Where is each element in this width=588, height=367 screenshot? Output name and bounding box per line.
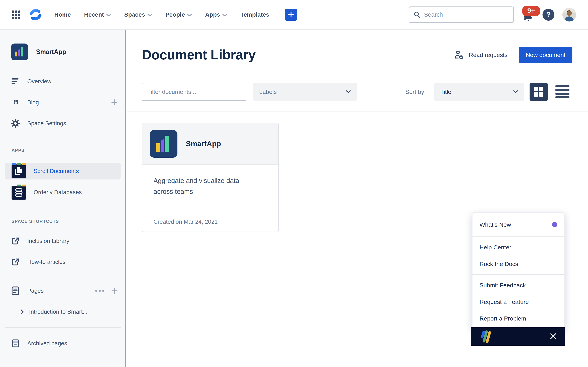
sidebar-item-archived-pages[interactable]: Archived pages: [0, 335, 125, 352]
sidebar-item-label: Pages: [27, 287, 44, 294]
add-page-icon[interactable]: [111, 287, 118, 294]
menu-item-submit-feedback[interactable]: Submit Feedback: [473, 277, 564, 294]
list-view-icon: [555, 85, 570, 87]
apps-section-title: APPS: [0, 148, 125, 153]
document-created-date: Created on Mar 24, 2021: [154, 218, 267, 225]
primary-nav: Home Recent Spaces People Apps Templates: [54, 11, 283, 18]
notification-count-badge: 9+: [522, 6, 540, 17]
menu-item-whats-new[interactable]: What's New: [473, 215, 564, 234]
chevron-right-icon[interactable]: [21, 309, 24, 314]
space-header[interactable]: SmartApp: [0, 30, 125, 60]
document-card[interactable]: SmartApp Aggregate and visualize data ac…: [142, 123, 279, 232]
smartapp-document-logo: [150, 130, 177, 158]
chevron-down-icon: [187, 14, 192, 17]
chevron-down-icon: [222, 14, 227, 17]
menu-item-report-a-problem[interactable]: Report a Problem: [473, 310, 564, 327]
notifications-button[interactable]: 9+: [522, 8, 535, 21]
sidebar-item-orderly-databases[interactable]: Orderly Databases: [0, 184, 125, 201]
sidebar-item-label: Archived pages: [27, 340, 67, 347]
chevron-down-icon: [106, 14, 111, 17]
chevron-down-icon: [513, 90, 518, 93]
app-switcher-icon[interactable]: [11, 10, 21, 20]
nav-spaces[interactable]: Spaces: [124, 11, 152, 18]
archive-icon: [11, 339, 20, 348]
whats-new-dot: [552, 222, 557, 227]
help-menu-popup: What's New Help Center Rock the Docs Sub…: [472, 212, 565, 329]
orderly-databases-app-icon: [11, 184, 26, 200]
menu-item-rock-the-docs[interactable]: Rock the Docs: [473, 256, 564, 272]
vendor-banner: [471, 327, 565, 346]
nav-templates[interactable]: Templates: [240, 11, 269, 18]
top-navigation-bar: Home Recent Spaces People Apps Templates: [0, 0, 588, 30]
sidebar-item-pages[interactable]: Pages: [0, 283, 125, 299]
labels-filter-value: Labels: [259, 88, 277, 95]
sidebar-item-introduction-page[interactable]: Introduction to Smart...: [0, 303, 125, 320]
filter-documents-input[interactable]: [142, 83, 246, 101]
confluence-logo-icon[interactable]: [28, 8, 43, 21]
search-icon: [413, 11, 421, 18]
sort-value: Title: [440, 88, 451, 95]
document-title: SmartApp: [186, 140, 221, 148]
filter-toolbar: Labels Sort by Title: [127, 83, 588, 101]
plus-icon: [288, 12, 294, 18]
sidebar-item-inclusion-library[interactable]: Inclusion Library: [0, 233, 125, 249]
sidebar-item-scroll-documents[interactable]: Scroll Documents: [5, 163, 121, 179]
chevron-down-icon: [147, 14, 152, 17]
gear-icon: [11, 119, 20, 128]
list-view-button[interactable]: [555, 85, 570, 99]
menu-item-help-center[interactable]: Help Center: [473, 239, 564, 256]
nav-recent[interactable]: Recent: [84, 11, 111, 18]
page-tree-item-label: Introduction to Smart...: [29, 309, 87, 315]
sort-dropdown[interactable]: Title: [434, 83, 524, 101]
toolbar-divider: [127, 111, 588, 111]
read-requests-button[interactable]: Read requests: [454, 50, 508, 59]
pages-icon: [11, 287, 20, 295]
grid-view-button[interactable]: [529, 83, 548, 101]
close-icon: [549, 332, 557, 340]
help-button[interactable]: ?: [543, 9, 554, 21]
shortcuts-section-title: SPACE SHORTCUTS: [0, 219, 125, 224]
external-link-icon: [11, 258, 20, 266]
sidebar-item-how-to-articles[interactable]: How-to articles: [0, 254, 125, 270]
quote-icon: ”: [11, 98, 20, 107]
create-button[interactable]: [285, 9, 297, 21]
space-name: SmartApp: [36, 48, 66, 56]
space-sidebar: SmartApp Overview ” Blog: [0, 30, 126, 367]
search-box: [409, 7, 514, 23]
add-blog-icon[interactable]: [111, 99, 118, 106]
sidebar-item-label: Scroll Documents: [34, 168, 79, 175]
more-options-icon[interactable]: [95, 290, 104, 292]
nav-apps[interactable]: Apps: [205, 11, 227, 18]
banner-close-button[interactable]: [549, 332, 557, 341]
sidebar-item-space-settings[interactable]: Space Settings: [0, 115, 125, 132]
align-left-icon: [11, 77, 20, 86]
sidebar-divider: [5, 327, 121, 328]
page-title: Document Library: [142, 47, 256, 63]
sidebar-item-label: Orderly Databases: [34, 189, 82, 196]
document-description: Aggregate and visualize data across team…: [154, 175, 257, 197]
question-mark-icon: ?: [546, 11, 551, 18]
sidebar-item-label: Inclusion Library: [27, 238, 69, 244]
sidebar-item-blog[interactable]: ” Blog: [0, 94, 125, 111]
sidebar-item-label: Space Settings: [27, 120, 66, 127]
scroll-documents-app-icon: [11, 163, 26, 179]
external-link-icon: [11, 237, 20, 245]
sort-by-label: Sort by: [405, 83, 424, 101]
new-document-button[interactable]: New document: [519, 47, 572, 63]
chevron-down-icon: [346, 90, 351, 93]
smartapp-space-logo: [11, 43, 28, 60]
sidebar-item-label: Blog: [27, 99, 39, 106]
k15t-logo-icon: [478, 330, 495, 343]
labels-filter-dropdown[interactable]: Labels: [253, 83, 357, 101]
person-check-icon: [454, 50, 464, 59]
sidebar-item-label: How-to articles: [27, 259, 65, 265]
search-input[interactable]: [409, 7, 514, 23]
user-avatar[interactable]: [562, 8, 576, 22]
nav-people[interactable]: People: [165, 11, 192, 18]
read-requests-label: Read requests: [469, 51, 508, 58]
menu-item-request-a-feature[interactable]: Request a Feature: [473, 294, 564, 310]
sidebar-item-overview[interactable]: Overview: [0, 73, 125, 90]
grid-view-icon: [534, 86, 544, 97]
sidebar-item-label: Overview: [27, 78, 52, 85]
nav-home[interactable]: Home: [54, 11, 71, 18]
